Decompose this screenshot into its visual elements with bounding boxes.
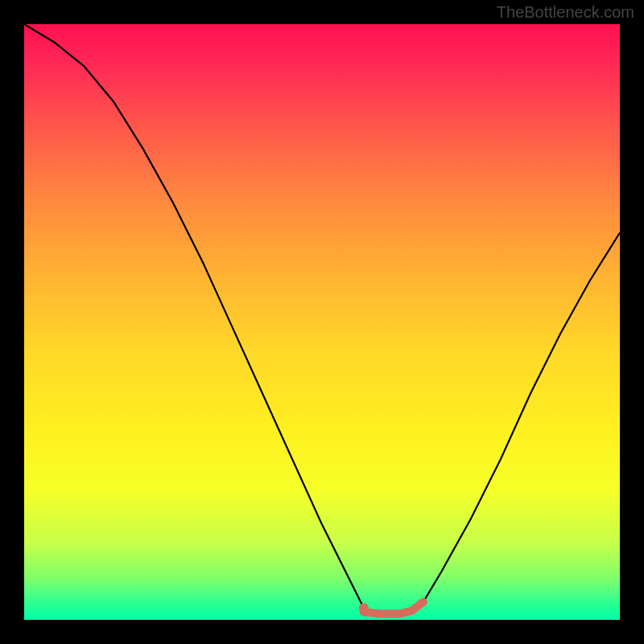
bottleneck-curve-line: [24, 24, 620, 614]
svg-point-0: [359, 603, 369, 613]
plot-area: [24, 24, 620, 620]
chart-svg: [24, 24, 620, 620]
watermark-text: TheBottleneck.com: [497, 3, 634, 22]
highlight-dot-marker: [359, 603, 369, 613]
highlight-segment-line: [364, 602, 423, 614]
